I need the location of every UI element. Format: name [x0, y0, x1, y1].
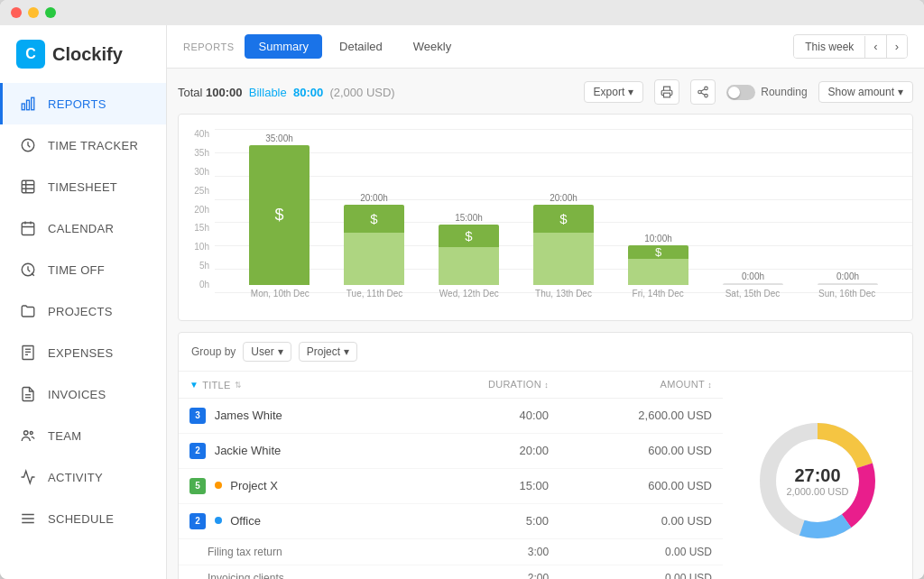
app-window: C Clockify REPORTS TIME TRACKER [0, 0, 924, 579]
th-amount[interactable]: AMOUNT [559, 372, 723, 398]
row-title-filing: Filing tax return [179, 538, 423, 565]
time-off-icon [19, 261, 37, 279]
tab-summary[interactable]: Summary [245, 34, 322, 59]
row-amount-projectx: 600.00 USD [559, 468, 723, 503]
main-content: REPORTS Summary Detailed Weekly This wee… [167, 25, 924, 579]
chevron-down-icon: ▾ [344, 345, 349, 358]
row-duration-jackie: 20:00 [423, 433, 559, 468]
row-duration-filing: 3:00 [423, 538, 559, 565]
table-row[interactable]: Invoicing clients 2:00 0.00 USD [179, 565, 723, 579]
close-button[interactable] [11, 7, 22, 18]
svg-line-30 [701, 89, 705, 91]
print-icon[interactable] [654, 79, 679, 105]
chevron-down-icon: ▾ [628, 86, 633, 98]
group-user-button[interactable]: User ▾ [243, 342, 291, 362]
show-amount-chevron: ▾ [898, 86, 903, 98]
chart-container: 0h 5h 10h 15h 20h 25h 30h 35h 40h [178, 114, 913, 321]
svg-point-26 [705, 87, 708, 90]
week-prev-button[interactable]: ‹ [865, 35, 886, 58]
sidebar-item-activity[interactable]: ACTIVITY [0, 456, 166, 498]
th-duration[interactable]: DURATION [423, 372, 559, 398]
table-row[interactable]: 5 Project X 15:00 600.00 USD [179, 468, 723, 503]
sidebar-item-schedule[interactable]: SCHEDULE [0, 498, 166, 539]
table-section: Group by User ▾ Project ▾ [178, 332, 913, 579]
main-header: REPORTS Summary Detailed Weekly This wee… [167, 25, 924, 69]
sidebar-nav: REPORTS TIME TRACKER TIMESHEET [0, 83, 166, 579]
clock-icon [19, 136, 37, 154]
schedule-icon [19, 510, 37, 528]
row-amount-jackie: 600.00 USD [559, 433, 723, 468]
week-next-button[interactable]: › [887, 35, 907, 58]
project-color-dot [215, 482, 222, 489]
svg-point-21 [30, 432, 32, 435]
x-label-tue: Tue, 11th Dec [328, 289, 422, 299]
minimize-button[interactable] [28, 7, 39, 18]
activity-icon [19, 468, 37, 486]
bar-thu: $ [533, 205, 594, 285]
table-row[interactable]: 3 James White 40:00 2,600.00 USD [179, 398, 723, 433]
svg-rect-14 [23, 346, 33, 360]
summary-actions: Export ▾ Rounding [584, 79, 913, 105]
x-label-sat: Sat, 15th Dec [706, 289, 800, 299]
table-row[interactable]: Filing tax return 3:00 0.00 USD [179, 538, 723, 565]
table-row[interactable]: 2 Office 5:00 0.00 USD [179, 503, 723, 538]
table-row[interactable]: 2 Jackie White 20:00 600.00 USD [179, 433, 723, 468]
show-amount-button[interactable]: Show amount ▾ [818, 81, 913, 103]
table-toolbar: Group by User ▾ Project ▾ [179, 333, 912, 372]
sidebar-item-team[interactable]: TEAM [0, 415, 166, 456]
svg-rect-1 [27, 100, 30, 110]
project-badge-5: 5 [189, 478, 206, 494]
svg-point-28 [705, 94, 708, 97]
svg-rect-2 [32, 97, 34, 110]
tab-weekly[interactable]: Weekly [400, 34, 465, 59]
donut-time: 27:00 [786, 465, 848, 486]
logo-icon: C [16, 40, 45, 69]
donut-amount: 2,000.00 USD [786, 486, 848, 497]
billable-label: Billable [249, 86, 287, 99]
svg-rect-0 [22, 104, 24, 110]
export-button[interactable]: Export ▾ [584, 81, 644, 103]
sidebar-label-time-tracker: TIME TRACKER [48, 139, 138, 152]
file-text-icon [19, 385, 37, 403]
sidebar-label-projects: PROJECTS [48, 305, 113, 318]
row-title-jackie: 2 Jackie White [179, 433, 423, 468]
summary-text: Total 100:00 Billable 80:00 (2,000 USD) [178, 86, 395, 99]
sidebar-item-time-off[interactable]: TIME OFF [0, 249, 166, 290]
project-badge-2: 2 [189, 513, 206, 529]
calendar-icon [19, 219, 37, 237]
x-label-fri: Fri, 14th Dec [611, 289, 706, 299]
group-project-button[interactable]: Project ▾ [299, 342, 357, 362]
sidebar-label-team: TEAM [48, 429, 81, 443]
svg-rect-4 [22, 180, 34, 193]
billable-time: 80:00 [293, 86, 323, 99]
svg-line-29 [701, 93, 705, 95]
tabs-container: REPORTS Summary Detailed Weekly [183, 34, 465, 59]
table-left: ▼ TITLE ⇅ DURATION [179, 372, 723, 579]
sidebar-item-time-tracker[interactable]: TIME TRACKER [0, 124, 166, 166]
row-duration-office: 5:00 [423, 503, 559, 538]
project-color-dot-office [215, 517, 222, 524]
x-label-thu: Thu, 13th Dec [516, 289, 611, 299]
sidebar-item-calendar[interactable]: CALENDAR [0, 207, 166, 249]
sidebar-item-projects[interactable]: PROJECTS [0, 290, 166, 332]
sidebar-item-invoices[interactable]: INVOICES [0, 373, 166, 415]
x-label-wed: Wed, 12th Dec [421, 289, 516, 299]
row-title-projectx: 5 Project X [179, 468, 423, 503]
week-selector[interactable]: This week ‹ › [793, 34, 908, 59]
svg-point-20 [24, 431, 29, 436]
user-badge-3: 3 [189, 408, 206, 424]
tab-detailed[interactable]: Detailed [326, 34, 396, 59]
tab-prefix: REPORTS [183, 41, 234, 52]
sidebar-item-expenses[interactable]: EXPENSES [0, 332, 166, 373]
sidebar-item-reports[interactable]: REPORTS [0, 83, 166, 124]
maximize-button[interactable] [45, 7, 56, 18]
sidebar-item-timesheet[interactable]: TIMESHEET [0, 166, 166, 207]
rounding-toggle[interactable] [726, 85, 755, 100]
donut-chart-container: 27:00 2,000.00 USD [723, 372, 912, 579]
table-content: ▼ TITLE ⇅ DURATION [179, 372, 912, 579]
grid-icon [19, 178, 37, 196]
sidebar-label-expenses: EXPENSES [48, 346, 114, 360]
week-label[interactable]: This week [794, 36, 865, 58]
donut-chart: 27:00 2,000.00 USD [754, 418, 881, 544]
share-icon[interactable] [690, 79, 716, 105]
